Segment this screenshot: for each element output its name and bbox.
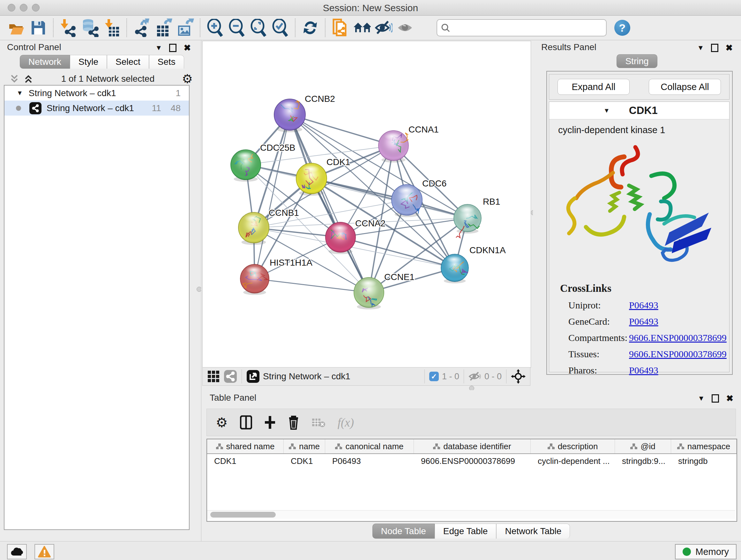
column-header-canonical-name[interactable]: canonical name [325, 439, 414, 453]
column-header-name[interactable]: name [284, 439, 325, 453]
first-neighbors-icon[interactable] [353, 18, 371, 37]
expand-all-button[interactable]: Expand All [557, 79, 630, 95]
table-cell[interactable]: stringdb [671, 454, 737, 468]
crosslink-link[interactable]: P06493 [629, 300, 658, 311]
table-cell[interactable]: P06493 [325, 454, 414, 468]
network-node-CCNB1[interactable] [239, 212, 269, 243]
network-edge-HIST1H1A-CCNE1[interactable] [255, 279, 369, 293]
zoom-fit-icon[interactable] [250, 18, 267, 37]
network-collection-row[interactable]: ▼ String Network – cdk1 1 [4, 85, 189, 101]
show-columns-icon[interactable] [240, 415, 252, 429]
tab-sets[interactable]: Sets [149, 55, 184, 69]
save-session-icon[interactable] [29, 18, 47, 37]
node-table[interactable]: shared namenamecanonical namedatabase id… [206, 439, 737, 522]
crosslink-link[interactable]: 9606.ENSP00000378699 [629, 349, 727, 360]
scrollbar-thumb[interactable] [210, 512, 276, 517]
table-options-gear-icon[interactable]: ⚙ [216, 415, 228, 430]
network-node-CCNE1[interactable] [354, 277, 384, 307]
zoom-out-icon[interactable] [228, 18, 246, 37]
table-cell[interactable]: CDK1 [284, 454, 325, 468]
crosslink-link[interactable]: P06493 [629, 365, 658, 376]
network-node-CCNB2[interactable] [274, 99, 306, 130]
zoom-selected-icon[interactable] [271, 18, 289, 37]
table-row[interactable]: CDK1CDK1P064939606.ENSP00000378699cyclin… [207, 454, 737, 468]
network-node-CCNA2[interactable] [326, 222, 355, 252]
column-header-shared-name[interactable]: shared name [207, 439, 284, 453]
export-network-icon[interactable] [133, 18, 151, 37]
hide-selected-icon[interactable] [375, 18, 393, 37]
table-panel-maximize-icon[interactable] [712, 394, 719, 402]
import-network-from-database-icon[interactable] [81, 18, 99, 37]
collapse-tree-icon[interactable] [23, 73, 34, 84]
network-node-CDKN1A[interactable] [441, 254, 468, 282]
delete-column-icon[interactable] [288, 415, 299, 430]
cloud-status-button[interactable] [7, 544, 27, 559]
refresh-icon[interactable] [301, 18, 319, 37]
network-view-mode-icon[interactable] [224, 370, 237, 383]
network-canvas[interactable]: CCNB2CCNA1CDC25BCDK1CDC6RB1CCNB1CCNA2CDK… [202, 41, 531, 368]
table-cell[interactable]: CDK1 [207, 454, 284, 468]
warning-status-button[interactable] [35, 544, 54, 559]
import-network-icon[interactable] [59, 18, 77, 37]
help-button[interactable]: ? [614, 20, 630, 36]
table-cell[interactable]: stringdb:9... [615, 454, 671, 468]
birds-eye-view-icon[interactable] [246, 370, 260, 383]
import-table-icon[interactable] [103, 18, 121, 37]
zoom-in-icon[interactable] [206, 18, 224, 37]
crosslink-link[interactable]: P06493 [629, 316, 658, 327]
results-panel-close-icon[interactable]: ✖ [725, 43, 733, 53]
selected-nodes-checkbox[interactable]: ✓ [429, 372, 439, 381]
open-session-icon[interactable] [8, 18, 25, 37]
tab-network[interactable]: Network [20, 55, 70, 69]
tab-string[interactable]: String [616, 54, 657, 68]
column-header-description[interactable]: description [531, 439, 615, 453]
tab-node-table[interactable]: Node Table [373, 523, 434, 539]
network-node-CCNA1[interactable] [379, 131, 408, 161]
table-panel-float-icon[interactable]: ▼ [698, 394, 705, 402]
control-panel-close-icon[interactable]: ✖ [184, 43, 191, 53]
crosslink-link[interactable]: 9606.ENSP00000378699 [629, 332, 727, 343]
column-header-database-identifier[interactable]: database identifier [414, 439, 531, 453]
search-box[interactable] [436, 19, 607, 37]
vertical-splitter-handle[interactable] [197, 287, 202, 292]
column-header-@id[interactable]: @id [615, 439, 671, 453]
network-node-HIST1H1A[interactable] [240, 264, 269, 293]
grid-view-icon[interactable] [207, 370, 220, 383]
table-panel-close-icon[interactable]: ✖ [726, 393, 733, 403]
control-panel-float-icon[interactable]: ▼ [155, 44, 162, 52]
node-label-CCNA1: CCNA1 [408, 125, 439, 134]
results-panel-maximize-icon[interactable] [711, 44, 718, 52]
tab-edge-table[interactable]: Edge Table [434, 523, 496, 539]
network-row[interactable]: String Network – cdk1 11 48 [4, 101, 189, 116]
gene-collapse-icon[interactable]: ▼ [603, 107, 610, 114]
search-input[interactable] [453, 23, 602, 33]
hidden-eye-icon[interactable] [468, 371, 481, 382]
expand-tree-icon[interactable] [9, 73, 20, 84]
network-node-CDC25B[interactable] [231, 150, 261, 180]
tab-select[interactable]: Select [107, 55, 149, 69]
table-horizontal-scrollbar[interactable] [207, 510, 735, 519]
network-edge-CCNB2-HIST1H1A[interactable] [255, 115, 290, 279]
table-cell[interactable]: cyclin-dependent ... [531, 454, 615, 468]
tab-style[interactable]: Style [70, 55, 107, 69]
results-panel-float-icon[interactable]: ▼ [697, 44, 704, 52]
collapse-all-button[interactable]: Collapse All [649, 79, 721, 95]
network-graph[interactable]: CCNB2CCNA1CDC25BCDK1CDC6RB1CCNB1CCNA2CDK… [203, 41, 531, 368]
collection-expand-icon[interactable]: ▼ [17, 89, 23, 97]
export-image-icon[interactable] [176, 18, 194, 37]
memory-button[interactable]: Memory [675, 544, 737, 559]
tab-network-table[interactable]: Network Table [496, 523, 570, 539]
network-options-gear-icon[interactable]: ⚙ [182, 72, 193, 86]
network-node-CDK1[interactable] [296, 163, 327, 194]
show-all-icon[interactable] [396, 18, 414, 37]
pan-crosshair-icon[interactable] [511, 369, 526, 384]
gene-card-header[interactable]: ▼ CDK1 [549, 102, 729, 119]
control-panel-maximize-icon[interactable] [169, 44, 177, 52]
add-column-icon[interactable] [264, 415, 276, 429]
duplicate-network-icon[interactable] [331, 18, 349, 37]
network-node-CDC6[interactable] [392, 185, 422, 215]
export-table-icon[interactable] [154, 18, 172, 37]
network-edge-CCNB2-CCNA1[interactable] [290, 115, 394, 145]
column-header-namespace[interactable]: namespace [671, 439, 737, 453]
table-cell[interactable]: 9606.ENSP00000378699 [414, 454, 531, 468]
